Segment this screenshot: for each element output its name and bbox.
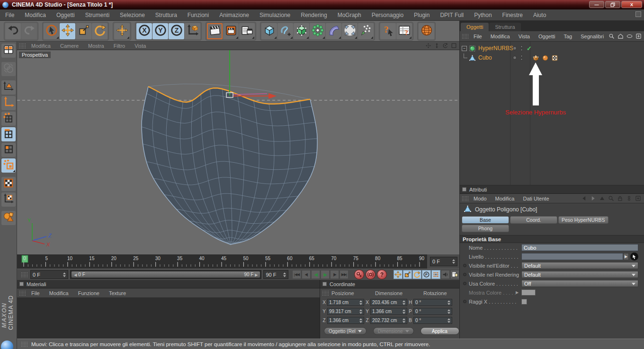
rotation-input[interactable]: 0 ° [413, 308, 452, 315]
tab-struttura[interactable]: Struttura [489, 23, 520, 31]
keyframe-selection-button[interactable] [450, 270, 459, 279]
stepper-icon[interactable] [63, 272, 66, 277]
object-row-cubo[interactable]: Cubo [460, 53, 644, 62]
timeline-ruler[interactable]: 051015202530354045505560657075808590 [17, 254, 427, 269]
menu-aiuto[interactable]: Aiuto [528, 10, 551, 20]
animation-dot[interactable] [463, 300, 466, 303]
size-mode-dropdown[interactable]: Dimensione [373, 327, 414, 335]
key-scale-button[interactable] [403, 270, 412, 279]
dimension-input[interactable]: 202.732 cm [370, 317, 407, 324]
add-icon[interactable] [635, 33, 642, 40]
rotate-view-button[interactable] [442, 42, 449, 49]
position-input[interactable]: 99.317 cm [327, 308, 364, 315]
attributes-menu-modifica[interactable]: Modifica [491, 194, 519, 203]
layer-input[interactable] [521, 253, 623, 260]
home-icon[interactable] [617, 33, 624, 40]
current-frame-spinner[interactable]: 0 F [430, 257, 457, 266]
viewport-menu-modifica[interactable]: Modifica [27, 42, 55, 50]
viewport-menu-camere[interactable]: Camere [55, 42, 83, 50]
menu-strumenti[interactable]: Strumenti [80, 10, 115, 20]
restore-button[interactable] [605, 1, 620, 8]
object-manager-menu-modifica[interactable]: Modifica [486, 32, 514, 41]
coordinate-mode-dropdown[interactable]: Oggetto (Rel [324, 327, 367, 335]
model-tool-button[interactable] [1, 80, 16, 95]
menu-plugin[interactable]: Plugin [409, 10, 435, 20]
object-axis-button[interactable] [1, 96, 16, 110]
snap-settings-button[interactable] [1, 211, 16, 225]
next-frame-button[interactable]: |▶ [330, 270, 339, 279]
animation-dot[interactable] [463, 273, 466, 276]
goto-start-button[interactable]: |◀◀ [292, 270, 301, 279]
materials-menu-modifica[interactable]: Modifica [45, 289, 73, 297]
layers-icon[interactable] [626, 33, 633, 40]
menu-rendering[interactable]: Rendering [295, 10, 332, 20]
attribute-tab-phong[interactable]: Phong [462, 225, 509, 232]
frame-spinner[interactable]: 0 F [30, 270, 68, 279]
object-manager-menu-file[interactable]: File [469, 32, 486, 41]
menu-struttura[interactable]: Struttura [150, 10, 182, 20]
stepper-icon[interactable] [447, 309, 450, 314]
states-icon[interactable] [626, 195, 633, 202]
menu-oggetti[interactable]: Oggetti [51, 10, 80, 20]
apply-button[interactable]: Applica [420, 327, 459, 335]
render-queue-button[interactable] [239, 23, 255, 39]
phong-tag-icon[interactable] [541, 54, 549, 61]
position-input[interactable]: 1.718 cm [327, 299, 364, 306]
dropdown[interactable]: Default [521, 271, 638, 278]
menu-python[interactable]: Python [469, 10, 497, 20]
zoom-view-button[interactable] [433, 42, 440, 49]
undo-button[interactable] [5, 23, 21, 39]
forward-icon[interactable] [590, 195, 597, 202]
up-icon[interactable] [599, 195, 606, 202]
tree-expander-icon[interactable]: − [462, 46, 467, 51]
dimension-input[interactable]: 1.366 cm [370, 308, 407, 315]
edges-mode-button[interactable] [1, 127, 16, 141]
rotation-input[interactable]: 0 ° [413, 299, 452, 306]
materials-menu-funzione[interactable]: Funzione [73, 289, 104, 297]
move-locked-button[interactable] [114, 23, 130, 39]
lock-z-button[interactable]: Z [169, 23, 184, 39]
sound-button[interactable] [441, 270, 450, 279]
menu-personaggio[interactable]: Personaggio [367, 10, 409, 20]
expand-arrow-icon[interactable]: ▶ [516, 290, 519, 295]
menu-finestre[interactable]: Finestre [497, 10, 528, 20]
live-selection-button[interactable] [44, 23, 59, 39]
hypernurbs-button[interactable] [294, 23, 309, 39]
visibility-dot[interactable] [513, 46, 517, 50]
menu-animazione[interactable]: Animazione [214, 10, 254, 20]
viewport-menu-vista[interactable]: Vista [130, 42, 151, 50]
stepper-icon[interactable] [359, 300, 362, 305]
enabled-check-icon[interactable]: ✓ [527, 45, 532, 52]
search-icon[interactable] [608, 195, 615, 202]
goto-end-button[interactable]: ▶▶| [340, 270, 349, 279]
stepper-icon[interactable] [402, 309, 405, 314]
content-browser-button[interactable]: ? [396, 23, 412, 39]
key-parameter-button[interactable]: P [422, 270, 431, 279]
polygons-mode-button[interactable] [1, 143, 16, 157]
coordinate-system-button[interactable] [185, 23, 200, 39]
texture-axis-button[interactable] [1, 192, 16, 207]
stepper-icon[interactable] [402, 318, 405, 323]
animation-dot[interactable] [463, 264, 466, 267]
key-position-button[interactable] [394, 270, 402, 279]
materials-menu-file[interactable]: File [27, 289, 45, 297]
symmetry-button[interactable] [342, 23, 358, 39]
menu-simulazione[interactable]: Simulazione [254, 10, 295, 20]
window-layout-icon[interactable] [635, 11, 641, 17]
polygon-tag-icon[interactable] [532, 54, 539, 61]
stepper-icon[interactable] [359, 318, 362, 323]
animation-dot[interactable] [463, 282, 466, 285]
menu-selezione[interactable]: Selezione [115, 10, 150, 20]
lock-icon[interactable] [617, 195, 624, 202]
viewport-menu-mostra[interactable]: Mostra [83, 42, 109, 50]
checkbox[interactable] [521, 299, 527, 305]
minimize-button[interactable]: — [589, 1, 604, 8]
record-options-button[interactable]: ? [377, 270, 387, 279]
color-swatch[interactable] [521, 289, 536, 296]
points-mode-button[interactable] [1, 112, 16, 126]
dropdown[interactable]: Default [521, 262, 638, 269]
auto-switch-mode-button[interactable] [1, 158, 16, 173]
array-button[interactable] [310, 23, 325, 39]
online-help-button[interactable] [419, 23, 434, 39]
back-icon[interactable] [581, 195, 588, 202]
